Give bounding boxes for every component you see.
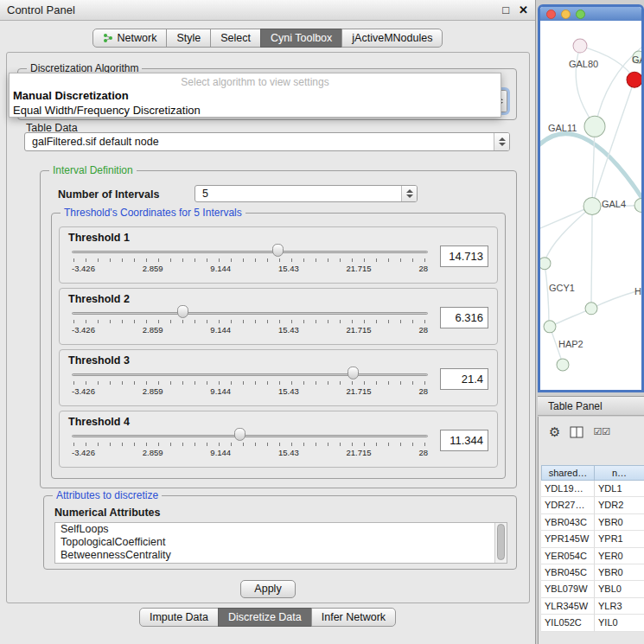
- slider-track: [72, 251, 428, 253]
- table-cell[interactable]: YDR27…: [541, 497, 595, 513]
- select-all-icon[interactable]: ☑: [593, 426, 602, 437]
- tab-network[interactable]: Network: [92, 29, 168, 48]
- node-table: shared… n… YDL19… YDL1 YDR27… YDR2 YBR04…: [541, 465, 644, 632]
- columns-icon[interactable]: [570, 426, 583, 438]
- attributes-group: Attributes to discretize Numerical Attri…: [43, 495, 517, 570]
- table-cell[interactable]: YBL0: [595, 581, 644, 597]
- tab-discretize-data[interactable]: Discretize Data: [218, 608, 312, 627]
- network-canvas[interactable]: GAL80 GAL11 GAL4 GCY1 HAP2 GA H: [540, 21, 641, 390]
- dropdown-item-equal-width[interactable]: Equal Width/Frequency Discretization: [10, 103, 501, 118]
- algorithm-dropdown-popup: Select algorithm to view settings Manual…: [9, 73, 501, 118]
- threshold-1-value[interactable]: 14.713: [440, 245, 488, 267]
- table-cell[interactable]: YBR0: [595, 514, 644, 531]
- node-label: GAL80: [569, 59, 598, 69]
- threshold-2-slider[interactable]: -3.4262.8599.14415.4321.71528: [72, 289, 428, 344]
- slider-scale: -3.4262.8599.14415.4321.71528: [72, 448, 428, 457]
- dropdown-item-manual[interactable]: Manual Discretization: [10, 88, 501, 103]
- zoom-icon[interactable]: [576, 10, 585, 19]
- node-circle[interactable]: [544, 321, 556, 333]
- table-cell[interactable]: YPR145W: [541, 531, 595, 547]
- threshold-3-slider[interactable]: -3.4262.8599.14415.4321.71528: [72, 350, 428, 405]
- tab-style[interactable]: Style: [166, 29, 211, 48]
- table-cell[interactable]: YIL052C: [541, 615, 595, 631]
- gear-icon[interactable]: ⚙: [549, 425, 560, 438]
- table-cell[interactable]: YBR043C: [541, 514, 595, 531]
- bottom-tab-bar: Impute Data Discretize Data Infer Networ…: [0, 608, 535, 627]
- table-cell[interactable]: YLR3: [595, 598, 644, 615]
- tab-infer-network[interactable]: Infer Network: [311, 608, 396, 627]
- interval-definition-group: Interval Definition Number of Intervals …: [40, 170, 517, 488]
- list-item[interactable]: BetweennessCentrality: [55, 549, 507, 562]
- slider-scale: -3.4262.8599.14415.4321.71528: [72, 325, 428, 335]
- column-header[interactable]: n…: [595, 465, 644, 481]
- scrollbar-thumb[interactable]: [497, 524, 505, 560]
- control-panel-window: Control Panel □ ✕ Network Style Select C…: [0, 0, 536, 644]
- minimize-icon[interactable]: [561, 10, 571, 19]
- column-header[interactable]: shared…: [541, 465, 595, 481]
- list-scrollbar[interactable]: [494, 523, 507, 563]
- table-cell[interactable]: YBR045C: [541, 564, 595, 581]
- threshold-4-slider[interactable]: -3.4262.8599.14415.4321.71528: [72, 411, 428, 467]
- slider-thumb[interactable]: [234, 428, 245, 441]
- table-cell[interactable]: YIL0: [595, 615, 644, 631]
- node-circle[interactable]: [557, 359, 569, 371]
- table-cell[interactable]: YBL079W: [541, 581, 595, 597]
- network-graph: GAL80 GAL11 GAL4 GCY1 HAP2 GA H: [540, 21, 641, 390]
- tab-jactivemnodules[interactable]: jActiveMNodules: [341, 29, 443, 48]
- threshold-1-slider[interactable]: -3.4262.8599.14415.4321.71528: [72, 227, 428, 283]
- slider-ticks: [73, 381, 426, 385]
- slider-thumb[interactable]: [348, 367, 359, 379]
- threshold-1-block: Threshold 1 -3.4262.8599.14415.4321.7152…: [59, 226, 498, 284]
- table-cell[interactable]: YDR2: [595, 497, 644, 513]
- threshold-4-value[interactable]: 11.344: [440, 430, 488, 451]
- node-label: GAL4: [602, 198, 626, 208]
- table-cell[interactable]: YDL1: [595, 481, 644, 497]
- node-circle[interactable]: [583, 197, 601, 214]
- close-icon[interactable]: ✕: [519, 0, 528, 21]
- tab-select[interactable]: Select: [210, 29, 261, 48]
- node-circle[interactable]: [634, 198, 641, 212]
- table-cell[interactable]: YPR1: [595, 531, 644, 547]
- tab-cyni-toolbox[interactable]: Cyni Toolbox: [260, 29, 342, 48]
- slider-thumb[interactable]: [272, 244, 284, 257]
- table-data-value: galFiltered.sif default node: [32, 136, 159, 148]
- node-circle[interactable]: [540, 258, 551, 270]
- table-cell[interactable]: YDL19…: [541, 481, 595, 497]
- slider-scale: -3.4262.8599.14415.4321.71528: [72, 264, 428, 273]
- list-item[interactable]: SelfLoops: [55, 523, 507, 536]
- slider-scale: -3.4262.8599.14415.4321.71528: [72, 386, 428, 396]
- slider-thumb[interactable]: [177, 305, 188, 318]
- threshold-3-value[interactable]: 21.4: [440, 368, 488, 390]
- top-tab-bar: Network Style Select Cyni Toolbox jActiv…: [0, 29, 535, 48]
- node-label: GA: [632, 54, 641, 65]
- dropdown-hint: Select algorithm to view settings: [10, 73, 501, 88]
- node-circle[interactable]: [584, 116, 605, 137]
- node-selected-red[interactable]: [627, 72, 641, 87]
- select-none-icon[interactable]: ☑: [602, 426, 610, 437]
- table-cell[interactable]: YER054C: [541, 548, 595, 564]
- slider-track: [72, 312, 428, 315]
- table-data-combobox[interactable]: galFiltered.sif default node: [24, 132, 510, 151]
- node-circle[interactable]: [573, 39, 587, 53]
- slider-ticks: [73, 320, 426, 323]
- minimize-icon[interactable]: □: [502, 0, 509, 21]
- node-label: HAP2: [558, 339, 583, 349]
- tab-impute-data[interactable]: Impute Data: [139, 608, 219, 627]
- table-cell[interactable]: YBR0: [595, 564, 644, 581]
- apply-button[interactable]: Apply: [240, 580, 296, 598]
- tab-label: Network: [118, 32, 157, 44]
- threshold-2-value[interactable]: 6.316: [440, 307, 488, 328]
- attributes-list[interactable]: SelfLoops TopologicalCoefficient Between…: [54, 522, 507, 564]
- table-cell[interactable]: YLR345W: [541, 598, 595, 615]
- number-of-intervals-combobox[interactable]: 5: [194, 185, 418, 202]
- table-cell[interactable]: YER0: [595, 548, 644, 564]
- number-of-intervals-label: Number of Intervals: [58, 188, 159, 201]
- table-panel-titlebar: Table Panel: [538, 396, 644, 416]
- node-circle[interactable]: [585, 303, 597, 315]
- table-panel: ⚙ ☑☑ shared… n… YDL19… YDL1 YDR27… YDR2 …: [538, 417, 644, 644]
- cyni-toolbox-panel: Discretization Algorithm Table Data galF…: [6, 52, 530, 603]
- close-icon[interactable]: [546, 10, 556, 19]
- list-item[interactable]: TopologicalCoefficient: [55, 536, 507, 549]
- slider-track: [72, 435, 428, 437]
- network-window-titlebar: [540, 7, 641, 21]
